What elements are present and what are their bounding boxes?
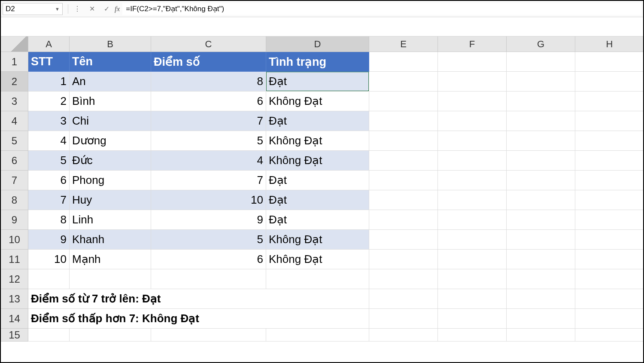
col-head-h[interactable]: H xyxy=(575,37,644,52)
cell-c4[interactable]: 7 xyxy=(151,111,266,131)
expand-icon[interactable]: ⋮ xyxy=(71,3,84,15)
col-head-e[interactable]: E xyxy=(369,37,438,52)
cell-g3[interactable] xyxy=(507,92,575,111)
cell-d15[interactable] xyxy=(266,329,369,342)
cell-d7[interactable]: Đạt xyxy=(266,171,369,190)
cell-f4[interactable] xyxy=(438,111,507,131)
cell-f6[interactable] xyxy=(438,151,507,171)
cell-d3[interactable]: Không Đạt xyxy=(266,92,369,111)
cell-c5[interactable]: 5 xyxy=(151,131,266,151)
cell-h9[interactable] xyxy=(575,210,644,230)
cell-e6[interactable] xyxy=(369,151,438,171)
cell-d10[interactable]: Không Đạt xyxy=(266,230,369,250)
header-stt[interactable]: STT xyxy=(28,52,70,72)
cell-f11[interactable] xyxy=(438,250,507,269)
cell-b4[interactable]: Chi xyxy=(70,111,151,131)
cell-d11[interactable]: Không Đạt xyxy=(266,250,369,269)
row-head-1[interactable]: 1 xyxy=(1,52,28,72)
cell-c10[interactable]: 5 xyxy=(151,230,266,250)
cell-g1[interactable] xyxy=(507,52,575,72)
cell-c6[interactable]: 4 xyxy=(151,151,266,171)
cell-d2[interactable]: Đạt xyxy=(266,72,369,92)
cell-g11[interactable] xyxy=(507,250,575,269)
cell-a8[interactable]: 7 xyxy=(28,190,70,210)
cell-f13[interactable] xyxy=(438,289,507,309)
cell-h6[interactable] xyxy=(575,151,644,171)
fx-label[interactable]: fx xyxy=(115,5,120,13)
cell-f14[interactable] xyxy=(438,309,507,329)
cell-a6[interactable]: 5 xyxy=(28,151,70,171)
row-head-9[interactable]: 9 xyxy=(1,210,28,230)
cell-d4[interactable]: Đạt xyxy=(266,111,369,131)
row-head-7[interactable]: 7 xyxy=(1,171,28,190)
cell-f3[interactable] xyxy=(438,92,507,111)
cell-c2[interactable]: 8 xyxy=(151,72,266,92)
cell-a2[interactable]: 1 xyxy=(28,72,70,92)
row-head-14[interactable]: 14 xyxy=(1,309,28,329)
cell-g6[interactable] xyxy=(507,151,575,171)
row-head-15[interactable]: 15 xyxy=(1,329,28,342)
enter-icon[interactable]: ✓ xyxy=(100,3,113,15)
row-head-2[interactable]: 2 xyxy=(1,72,28,92)
cell-e10[interactable] xyxy=(369,230,438,250)
cell-h15[interactable] xyxy=(575,329,644,342)
cell-e9[interactable] xyxy=(369,210,438,230)
cell-h13[interactable] xyxy=(575,289,644,309)
cell-e7[interactable] xyxy=(369,171,438,190)
cell-b8[interactable]: Huy xyxy=(70,190,151,210)
cell-f15[interactable] xyxy=(438,329,507,342)
header-tinh-trang[interactable]: Tình trạng xyxy=(266,52,369,72)
cell-a12[interactable] xyxy=(28,269,70,289)
cell-g7[interactable] xyxy=(507,171,575,190)
cell-g5[interactable] xyxy=(507,131,575,151)
col-head-d[interactable]: D xyxy=(266,37,369,52)
col-head-c[interactable]: C xyxy=(151,37,266,52)
col-head-g[interactable]: G xyxy=(507,37,575,52)
cell-e1[interactable] xyxy=(369,52,438,72)
cell-e12[interactable] xyxy=(369,269,438,289)
fill-handle[interactable] xyxy=(368,90,369,92)
cell-f10[interactable] xyxy=(438,230,507,250)
row-head-11[interactable]: 11 xyxy=(1,250,28,269)
cell-b7[interactable]: Phong xyxy=(70,171,151,190)
cell-b15[interactable] xyxy=(70,329,151,342)
cell-b5[interactable]: Dương xyxy=(70,131,151,151)
row-head-13[interactable]: 13 xyxy=(1,289,28,309)
cell-h8[interactable] xyxy=(575,190,644,210)
formula-input[interactable] xyxy=(122,3,641,15)
note-line-2[interactable]: Điểm số thấp hơn 7: Không Đạt xyxy=(28,309,369,329)
cell-a9[interactable]: 8 xyxy=(28,210,70,230)
col-head-b[interactable]: B xyxy=(70,37,151,52)
row-head-10[interactable]: 10 xyxy=(1,230,28,250)
cell-e3[interactable] xyxy=(369,92,438,111)
row-head-3[interactable]: 3 xyxy=(1,92,28,111)
cell-d12[interactable] xyxy=(266,269,369,289)
cell-a10[interactable]: 9 xyxy=(28,230,70,250)
cell-d8[interactable]: Đạt xyxy=(266,190,369,210)
header-ten[interactable]: Tên xyxy=(70,52,151,72)
cell-h3[interactable] xyxy=(575,92,644,111)
cell-f1[interactable] xyxy=(438,52,507,72)
cell-d5[interactable]: Không Đạt xyxy=(266,131,369,151)
cell-f5[interactable] xyxy=(438,131,507,151)
row-head-8[interactable]: 8 xyxy=(1,190,28,210)
cancel-icon[interactable]: ✕ xyxy=(85,3,98,15)
cell-c8[interactable]: 10 xyxy=(151,190,266,210)
row-head-6[interactable]: 6 xyxy=(1,151,28,171)
cell-e5[interactable] xyxy=(369,131,438,151)
cell-c15[interactable] xyxy=(151,329,266,342)
cell-h11[interactable] xyxy=(575,250,644,269)
cell-c9[interactable]: 9 xyxy=(151,210,266,230)
cell-g8[interactable] xyxy=(507,190,575,210)
select-all-corner[interactable] xyxy=(1,37,28,52)
cell-a3[interactable]: 2 xyxy=(28,92,70,111)
cell-h14[interactable] xyxy=(575,309,644,329)
cell-b10[interactable]: Khanh xyxy=(70,230,151,250)
cell-f12[interactable] xyxy=(438,269,507,289)
cell-a7[interactable]: 6 xyxy=(28,171,70,190)
cell-g12[interactable] xyxy=(507,269,575,289)
cell-h10[interactable] xyxy=(575,230,644,250)
cell-b11[interactable]: Mạnh xyxy=(70,250,151,269)
col-head-f[interactable]: F xyxy=(438,37,507,52)
cell-f8[interactable] xyxy=(438,190,507,210)
